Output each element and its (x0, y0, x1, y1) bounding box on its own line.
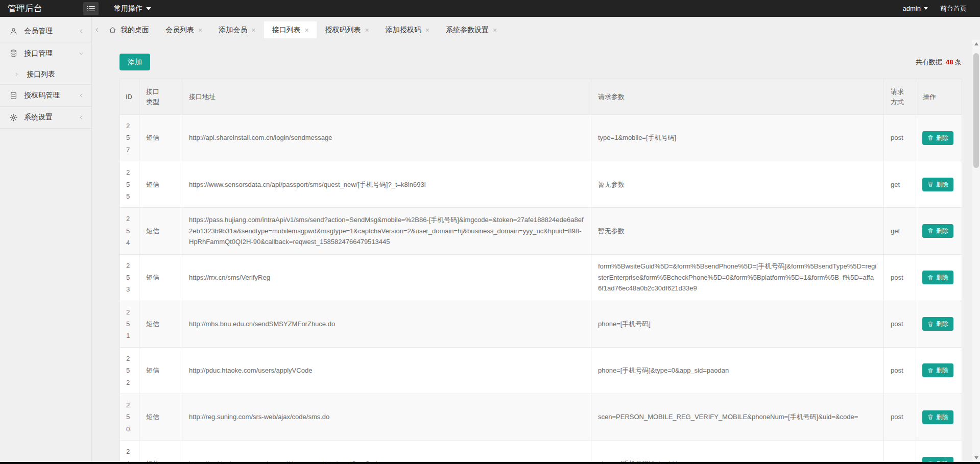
delete-button[interactable]: 删除 (922, 363, 953, 377)
trash-icon (927, 414, 934, 420)
delete-button[interactable]: 删除 (922, 410, 953, 424)
table-row: 250 短信 http://reg.suning.com/srs-web/aja… (120, 394, 962, 441)
sidebar-item-authcodes[interactable]: 授权码管理 (0, 85, 91, 107)
scroll-up-button[interactable] (972, 40, 980, 48)
cell-id: 252 (120, 347, 139, 394)
cell-params: phone=[手机号码] (591, 301, 884, 347)
cell-params: type=1&mobile=[手机号码] (591, 115, 884, 161)
close-icon[interactable]: × (251, 27, 255, 34)
delete-button[interactable]: 删除 (922, 271, 953, 284)
delete-button[interactable]: 删除 (922, 131, 953, 145)
tab-add-member[interactable]: 添加会员 × (211, 21, 263, 38)
tab-add-authcode[interactable]: 添加授权码 × (378, 21, 437, 38)
sidebar-toggle-button[interactable] (83, 2, 99, 15)
trash-icon (927, 368, 934, 374)
tab-authcode-list[interactable]: 授权码列表 × (318, 21, 377, 38)
close-icon[interactable]: × (425, 27, 429, 34)
sidebar-item-members[interactable]: 会员管理 (0, 20, 91, 42)
column-header-method: 请求 方式 (884, 79, 916, 115)
close-icon[interactable]: × (198, 27, 202, 34)
close-icon[interactable]: × (493, 27, 497, 34)
column-header-params: 请求参数 (591, 79, 884, 115)
user-name: admin (903, 5, 921, 12)
table-row: 257 短信 http://api.shareinstall.com.cn/lo… (120, 115, 962, 161)
toolbar: 添加 共有数据: 48 条 (119, 54, 962, 70)
cell-id: 250 (120, 394, 139, 441)
cell-method: post (884, 115, 916, 161)
cell-url: http://reg.suning.com/srs-web/ajax/code/… (182, 394, 591, 441)
quick-actions-label: 常用操作 (114, 4, 142, 13)
trash-icon (927, 275, 934, 281)
top-bar: 管理后台 常用操作 admin 前台首页 (0, 0, 980, 17)
sidebar-item-label: 系统设置 (24, 113, 78, 122)
sidebar-item-label: 接口管理 (24, 49, 78, 58)
cell-method: post (884, 441, 916, 464)
chevron-down-icon (78, 51, 84, 57)
tab-label: 添加授权码 (386, 26, 421, 35)
cell-method: get (884, 161, 916, 208)
home-icon (109, 26, 116, 34)
delete-button[interactable]: 删除 (922, 224, 953, 238)
user-menu[interactable]: admin (903, 5, 928, 12)
cell-id: 253 (120, 254, 139, 301)
caret-down-icon (146, 7, 151, 10)
close-icon[interactable]: × (365, 27, 369, 34)
chevron-left-icon (78, 114, 84, 120)
chevron-left-icon (93, 27, 100, 33)
cell-type: 短信 (139, 115, 182, 161)
column-header-action: 操作 (916, 79, 962, 115)
sidebar-subitem-interface-list[interactable]: 接口列表 (0, 64, 91, 85)
tab-interface-list[interactable]: 接口列表 × (264, 21, 316, 38)
scrollbar-thumb[interactable] (973, 53, 979, 168)
tab-label: 会员列表 (165, 26, 194, 35)
sidebar-subitem-label: 接口列表 (27, 70, 55, 79)
cell-params: 暂无参数 (591, 208, 884, 254)
cell-type: 短信 (139, 161, 182, 208)
main-content: 添加 共有数据: 48 条 ID 接口 类型 接口地址 请求参数 请求 方式 操… (119, 38, 962, 464)
table-row: 255 短信 https://www.sensorsdata.cn/api/pa… (120, 161, 962, 208)
list-icon (87, 5, 95, 12)
sidebar: 会员管理 接口管理 接口列表 授权码管理 系统设置 (0, 17, 92, 464)
caret-down-icon (924, 7, 928, 10)
column-header-id: ID (120, 79, 139, 115)
cell-type: 短信 (139, 208, 182, 254)
add-button[interactable]: 添加 (119, 54, 150, 70)
chevron-left-icon (78, 92, 84, 99)
cell-params: phone=[手机号码]&type=0&app_sid=paodan (591, 347, 884, 394)
tab-member-list[interactable]: 会员列表 × (158, 21, 210, 38)
sidebar-item-interfaces[interactable]: 接口管理 (0, 42, 91, 64)
sidebar-item-settings[interactable]: 系统设置 (0, 107, 91, 129)
chevron-left-icon (78, 28, 84, 34)
cell-params: 暂无参数 (591, 161, 884, 208)
bottom-edge-strip (0, 462, 980, 464)
cell-params: phone=[手机号码]&checkUser=true (591, 441, 884, 464)
cell-id: 257 (120, 115, 139, 161)
frontend-home-link[interactable]: 前台首页 (940, 4, 967, 13)
triangle-down-icon (974, 456, 978, 459)
tab-system-params[interactable]: 系统参数设置 × (438, 21, 505, 38)
trash-icon (927, 181, 934, 187)
table-row: 252 短信 http://pduc.htaoke.com/users/appl… (120, 347, 962, 394)
cell-method: get (884, 208, 916, 254)
triangle-up-icon (974, 42, 978, 45)
tab-label: 系统参数设置 (446, 26, 489, 35)
scroll-down-button[interactable] (972, 454, 980, 462)
delete-button[interactable]: 删除 (922, 317, 953, 331)
cell-id: 251 (120, 301, 139, 347)
tab-scroll-left-button[interactable] (92, 21, 101, 38)
total-count: 共有数据: 48 条 (916, 58, 962, 67)
cell-url: https://www.sensorsdata.cn/api/passport/… (182, 161, 591, 208)
cell-url: http://pduc.htaoke.com/users/applyVCode (182, 347, 591, 394)
delete-button[interactable]: 删除 (922, 178, 953, 191)
brand-title: 管理后台 (0, 3, 83, 14)
cell-method: post (884, 254, 916, 301)
close-icon[interactable]: × (304, 27, 308, 34)
column-header-type: 接口 类型 (139, 79, 182, 115)
trash-icon (927, 321, 934, 327)
tab-my-desktop[interactable]: 我的桌面 (101, 21, 157, 38)
tab-label: 我的桌面 (121, 26, 149, 35)
database-icon (9, 91, 18, 100)
quick-actions-menu[interactable]: 常用操作 (114, 4, 151, 13)
table-header-row: ID 接口 类型 接口地址 请求参数 请求 方式 操作 (120, 79, 962, 115)
table-row: 247 短信 https://gwbk.zhongan.com/appapi/d… (120, 441, 962, 464)
